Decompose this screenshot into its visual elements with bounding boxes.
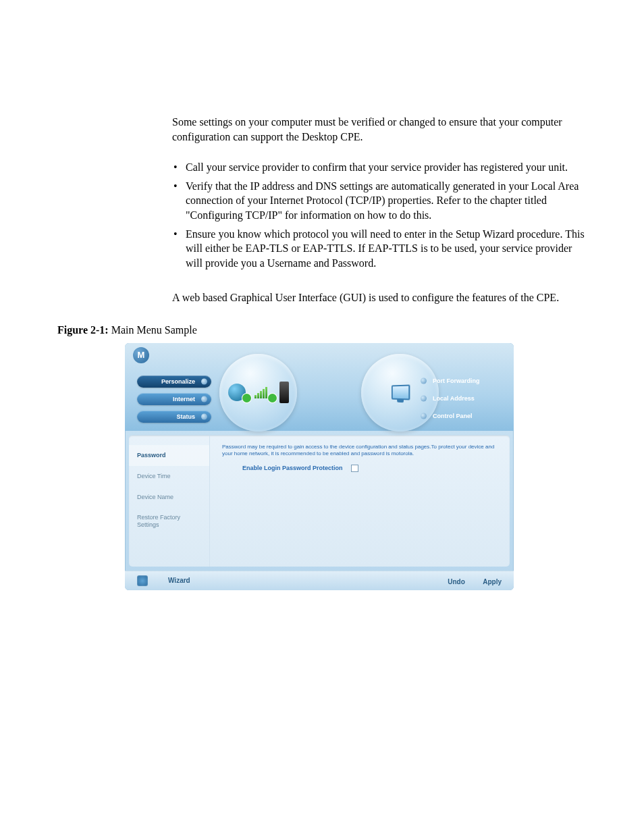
checklist: Call your service provider to confirm th… xyxy=(172,160,587,270)
nav-label: Status xyxy=(176,413,195,420)
wizard-icon xyxy=(137,575,148,586)
dot-icon xyxy=(201,396,207,402)
nav-internet[interactable]: Internet xyxy=(137,393,211,405)
dot-icon xyxy=(201,413,207,419)
sidebar-password[interactable]: Password xyxy=(129,445,209,466)
nav-right: Port Forwarding Local Address Control Pa… xyxy=(421,375,502,428)
wizard-button[interactable]: Wizard xyxy=(168,577,190,584)
figure-label: Figure 2-1: xyxy=(57,324,109,336)
bullet-item: Ensure you know which protocol you will … xyxy=(172,227,587,271)
bullet-item: Verify that the IP address and DNS setti… xyxy=(172,179,587,223)
sidebar: Password Device Time Device Name Restore… xyxy=(129,436,210,567)
monitor-icon xyxy=(391,385,409,400)
gui-footer: Wizard Undo Apply xyxy=(125,571,514,590)
gui-intro-paragraph: A web based Graphical User Interface (GU… xyxy=(172,290,587,305)
nav-label: Port Forwarding xyxy=(433,377,480,384)
gui-body: Password Device Time Device Name Restore… xyxy=(129,435,510,567)
sidebar-restore-factory[interactable]: Restore Factory Settings xyxy=(129,507,209,536)
nav-label: Internet xyxy=(173,396,195,402)
check-icon xyxy=(242,394,251,402)
nav-label: Local Address xyxy=(433,395,475,402)
check-icon xyxy=(268,394,277,402)
checkbox-row: Enable Login Password Protection xyxy=(242,465,498,472)
nav-personalize[interactable]: Personalize xyxy=(137,375,211,388)
nav-status[interactable]: Status xyxy=(137,411,211,423)
nav-port-forwarding[interactable]: Port Forwarding xyxy=(421,375,502,386)
figure-title: Main Menu Sample xyxy=(111,324,197,336)
help-text: Password may be required to gain access … xyxy=(222,444,498,458)
enable-password-checkbox[interactable] xyxy=(351,465,358,472)
signal-icon xyxy=(254,387,267,398)
nav-left: Personalize Internet Status xyxy=(137,375,211,428)
dot-icon xyxy=(421,413,427,419)
nav-control-panel[interactable]: Control Panel xyxy=(421,411,502,421)
content-panel: Password may be required to gain access … xyxy=(210,436,510,567)
dot-icon xyxy=(201,378,207,384)
dot-icon xyxy=(421,377,427,384)
gui-screenshot: M Personalize Internet Status xyxy=(125,343,514,590)
checkbox-label: Enable Login Password Protection xyxy=(242,465,343,471)
nav-label: Personalize xyxy=(161,378,195,385)
gui-header: M Personalize Internet Status xyxy=(125,343,514,431)
sidebar-device-name[interactable]: Device Name xyxy=(129,487,209,508)
nav-label: Control Panel xyxy=(433,413,473,419)
figure-caption: Figure 2-1: Main Menu Sample xyxy=(57,324,587,336)
sidebar-device-time[interactable]: Device Time xyxy=(129,466,209,487)
intro-paragraph: Some settings on your computer must be v… xyxy=(172,115,587,144)
dot-icon xyxy=(421,395,427,401)
status-bubble-internet xyxy=(219,354,297,432)
bullet-item: Call your service provider to confirm th… xyxy=(172,160,587,175)
motorola-logo-icon: M xyxy=(133,347,149,363)
undo-button[interactable]: Undo xyxy=(448,578,465,585)
apply-button[interactable]: Apply xyxy=(483,578,502,585)
modem-icon xyxy=(279,382,289,403)
nav-local-address[interactable]: Local Address xyxy=(421,393,502,404)
